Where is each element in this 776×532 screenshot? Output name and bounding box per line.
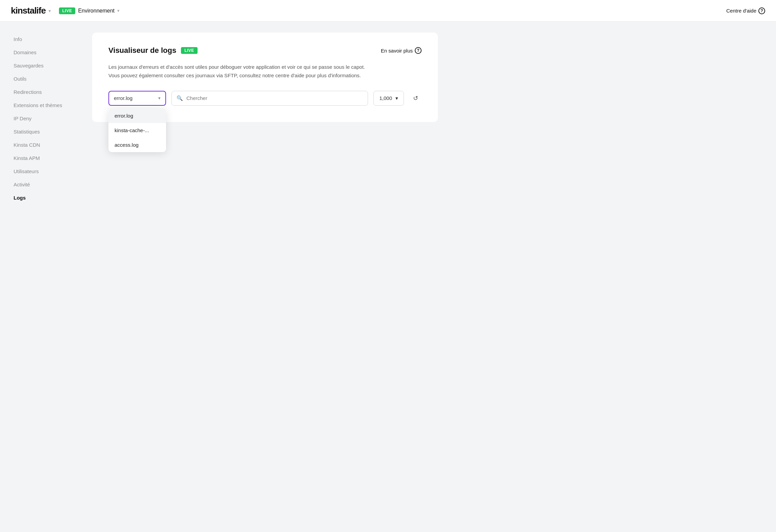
refresh-icon: ↺ <box>413 95 418 102</box>
help-label: Centre d'aide <box>726 8 756 14</box>
sidebar-item-sauvegardes[interactable]: Sauvegardes <box>0 59 81 72</box>
sidebar-item-redirections[interactable]: Redirections <box>0 85 81 99</box>
help-circle-icon: ? <box>758 7 765 14</box>
search-input[interactable] <box>186 95 363 101</box>
count-chevron-icon: ▾ <box>395 95 398 101</box>
logs-card: Visualiseur de logs LIVE En savoir plus … <box>92 33 438 122</box>
sidebar-item-kinsta-apm[interactable]: Kinsta APM <box>0 151 81 165</box>
top-navigation: kinstalife ▾ LIVE Environnement ▾ Centre… <box>0 0 776 22</box>
sidebar-item-ip-deny[interactable]: IP Deny <box>0 112 81 125</box>
sidebar-item-activite[interactable]: Activité <box>0 178 81 191</box>
help-link[interactable]: Centre d'aide ? <box>726 7 765 14</box>
sidebar-item-outils[interactable]: Outils <box>0 72 81 85</box>
sidebar-item-extensions-themes[interactable]: Extensions et thèmes <box>0 99 81 112</box>
search-field[interactable]: 🔍 <box>171 91 368 106</box>
log-file-dropdown-menu: error.log kinsta-cache-... access.log <box>108 108 166 152</box>
refresh-button[interactable]: ↺ <box>409 92 422 104</box>
sidebar-item-kinsta-cdn[interactable]: Kinsta CDN <box>0 138 81 151</box>
environment-label: Environnement <box>78 8 115 14</box>
app-logo: kinstalife <box>11 5 46 16</box>
page-layout: Info Domaines Sauvegardes Outils Redirec… <box>0 0 776 532</box>
dropdown-option-kinsta-cache[interactable]: kinsta-cache-... <box>108 123 166 138</box>
logo-chevron-icon[interactable]: ▾ <box>48 8 51 14</box>
learn-more-label: En savoir plus <box>381 48 413 54</box>
dropdown-option-error-log[interactable]: error.log <box>108 108 166 123</box>
count-selected: 1,000 <box>379 95 392 101</box>
sidebar: Info Domaines Sauvegardes Outils Redirec… <box>0 22 81 532</box>
log-file-chevron-icon: ▾ <box>158 96 161 101</box>
sidebar-item-statistiques[interactable]: Statistiques <box>0 125 81 138</box>
card-description: Les journaux d'erreurs et d'accès sont u… <box>108 63 366 80</box>
log-file-selected: error.log <box>114 95 132 101</box>
controls-row: error.log ▾ error.log kinsta-cache-... a… <box>108 91 422 106</box>
card-title: Visualiseur de logs <box>108 46 176 55</box>
log-file-dropdown[interactable]: error.log ▾ error.log kinsta-cache-... a… <box>108 91 166 106</box>
sidebar-item-utilisateurs[interactable]: Utilisateurs <box>0 165 81 178</box>
search-icon: 🔍 <box>177 95 183 101</box>
sidebar-item-domaines[interactable]: Domaines <box>0 46 81 59</box>
log-file-dropdown-button[interactable]: error.log ▾ <box>108 91 166 106</box>
sidebar-item-info[interactable]: Info <box>0 33 81 46</box>
card-title-row: Visualiseur de logs LIVE <box>108 46 198 55</box>
learn-more-icon: ? <box>415 47 422 54</box>
learn-more-link[interactable]: En savoir plus ? <box>381 47 422 54</box>
count-dropdown[interactable]: 1,000 ▾ <box>373 91 404 106</box>
card-header: Visualiseur de logs LIVE En savoir plus … <box>108 46 422 55</box>
live-indicator: LIVE <box>59 7 76 14</box>
card-live-badge: LIVE <box>181 47 198 54</box>
environment-selector[interactable]: LIVE Environnement ▾ <box>59 7 120 14</box>
dropdown-option-access-log[interactable]: access.log <box>108 138 166 152</box>
main-content: Visualiseur de logs LIVE En savoir plus … <box>81 22 776 532</box>
environment-chevron-icon: ▾ <box>117 8 120 13</box>
sidebar-item-logs[interactable]: Logs <box>0 191 81 204</box>
